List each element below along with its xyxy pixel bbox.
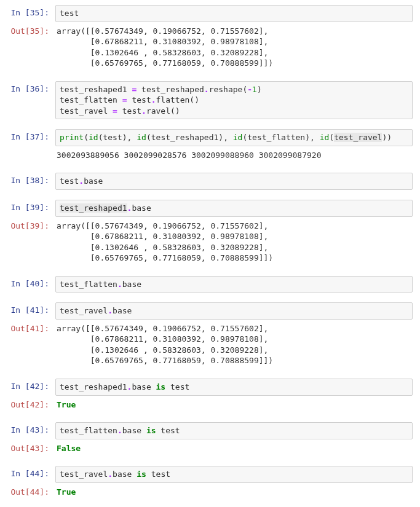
blank-prompt — [7, 147, 55, 150]
input-row: In [35]:test — [7, 5, 413, 22]
token-nm: test — [146, 470, 170, 479]
token-bi: id — [137, 133, 146, 142]
in-prompt: In [44]: — [7, 466, 55, 479]
cell-38: In [38]:test.base — [7, 173, 413, 191]
cell-42: In [42]:test_reshaped1.base is testOut[4… — [7, 379, 413, 414]
input-area[interactable]: test_reshaped1 = test_reshaped.reshape(-… — [55, 81, 413, 120]
token-bi: id — [89, 133, 98, 142]
output-area: False — [55, 441, 413, 457]
token-nm: base — [113, 470, 137, 479]
token-hl: test_reshaped1 — [60, 203, 127, 213]
token-nm: test_reshaped1 — [60, 382, 127, 391]
token-nm: test_flatten — [60, 95, 122, 104]
token-nm: test_ravel — [60, 306, 108, 315]
token-nm: test — [156, 426, 180, 435]
input-area[interactable]: test — [55, 5, 413, 22]
in-prompt: In [35]: — [7, 5, 55, 18]
token-kw: is — [156, 382, 166, 391]
code-input[interactable]: test — [55, 5, 413, 22]
code-input[interactable]: test_flatten.base — [55, 276, 413, 293]
in-prompt: In [40]: — [7, 276, 55, 289]
token-op: = — [122, 95, 127, 104]
token-nm: flatten() — [156, 95, 199, 104]
input-area[interactable]: test_flatten.base — [55, 276, 413, 293]
output-row: Out[41]:array([[0.57674349, 0.19066752, … — [7, 321, 413, 369]
output-area: array([[0.57674349, 0.19066752, 0.715576… — [55, 321, 413, 369]
input-area[interactable]: test_reshaped1.base — [55, 200, 413, 217]
out-prompt: Out[35]: — [7, 23, 55, 37]
execute-result: False — [55, 441, 413, 457]
token-nm: ( — [84, 133, 89, 142]
input-area[interactable]: print(id(test), id(test_reshaped1), id(t… — [55, 129, 413, 146]
token-nm: (test_flatten), — [242, 133, 319, 142]
token-nm: )) — [382, 133, 392, 142]
token-bi: id — [320, 133, 330, 142]
input-area[interactable]: test_reshaped1.base is test — [55, 379, 413, 396]
input-row: In [39]:test_reshaped1.base — [7, 200, 413, 217]
code-input[interactable]: print(id(test), id(test_reshaped1), id(t… — [55, 129, 413, 146]
code-input[interactable]: test.base — [55, 173, 413, 190]
input-area[interactable]: test_flatten.base is test — [55, 422, 413, 439]
input-area[interactable]: test_ravel.base is test — [55, 466, 413, 483]
token-nm: test_ravel — [60, 106, 113, 116]
token-nm: reshape( — [209, 85, 248, 94]
token-nm: base — [122, 426, 146, 435]
stream-area: 3002093889056 3002099028576 300209908896… — [55, 147, 413, 163]
token-bi: print — [60, 133, 84, 142]
input-row: In [44]:test_ravel.base is test — [7, 466, 413, 483]
execute-result: array([[0.57674349, 0.19066752, 0.715576… — [55, 321, 413, 369]
token-nm: ravel() — [146, 106, 180, 116]
input-area[interactable]: test_ravel.base — [55, 302, 413, 320]
output-row: Out[43]:False — [7, 441, 413, 457]
stream-output: 3002093889056 3002099028576 300209908896… — [55, 147, 413, 163]
notebook: In [35]:testOut[35]:array([[0.57674349, … — [7, 5, 413, 501]
input-row: In [43]:test_flatten.base is test — [7, 422, 413, 439]
token-nm: test_reshaped1 — [60, 85, 132, 94]
token-op: . — [117, 426, 122, 435]
token-nm: array([[0.57674349, 0.19066752, 0.715576… — [57, 324, 273, 366]
token-nm: base — [122, 280, 141, 289]
execute-result: array([[0.57674349, 0.19066752, 0.715576… — [55, 23, 413, 71]
token-op: - — [247, 85, 252, 94]
cell-40: In [40]:test_flatten.base — [7, 276, 413, 294]
token-nm: array([[0.57674349, 0.19066752, 0.715576… — [57, 221, 273, 263]
token-op: . — [108, 470, 113, 479]
token-nm: test — [60, 9, 79, 18]
token-hl: test_ravel — [334, 133, 382, 142]
out-prompt: Out[44]: — [7, 484, 55, 498]
cell-37: In [37]:print(id(test), id(test_reshaped… — [7, 129, 413, 164]
token-op: = — [113, 106, 117, 116]
code-input[interactable]: test_reshaped1.base is test — [55, 379, 413, 396]
input-area[interactable]: test.base — [55, 173, 413, 190]
token-nm: base — [132, 203, 151, 213]
code-input[interactable]: test_ravel.base — [55, 302, 413, 320]
code-input[interactable]: test_reshaped1 = test_reshaped.reshape(-… — [55, 81, 413, 120]
output-area: True — [55, 397, 413, 413]
code-input[interactable]: test_flatten.base is test — [55, 422, 413, 439]
cell-39: In [39]:test_reshaped1.baseOut[39]:array… — [7, 200, 413, 267]
token-nm: ( — [329, 133, 334, 142]
token-nm: (test), — [98, 133, 137, 142]
token-out-kw: False — [57, 444, 81, 453]
output-row: Out[44]:True — [7, 484, 413, 500]
stream-row: 3002093889056 3002099028576 300209908896… — [7, 147, 413, 163]
token-nm: test_flatten — [60, 280, 117, 289]
code-input[interactable]: test_ravel.base is test — [55, 466, 413, 483]
token-op: . — [79, 176, 84, 186]
token-op: . — [204, 85, 209, 94]
out-prompt: Out[43]: — [7, 441, 55, 454]
token-nm: (test_reshaped1), — [146, 133, 233, 142]
input-row: In [36]:test_reshaped1 = test_reshaped.r… — [7, 81, 413, 120]
token-op: . — [151, 95, 156, 104]
code-input[interactable]: test_reshaped1.base — [55, 200, 413, 217]
token-op: . — [108, 306, 113, 315]
token-nm: test_reshaped — [137, 85, 204, 94]
input-row: In [42]:test_reshaped1.base is test — [7, 379, 413, 396]
cell-35: In [35]:testOut[35]:array([[0.57674349, … — [7, 5, 413, 73]
cell-44: In [44]:test_ravel.base is testOut[44]:T… — [7, 466, 413, 501]
in-prompt: In [36]: — [7, 81, 55, 95]
input-row: In [41]:test_ravel.base — [7, 302, 413, 320]
token-out-kw: True — [57, 487, 76, 497]
output-area: array([[0.57674349, 0.19066752, 0.715576… — [55, 218, 413, 266]
execute-result: array([[0.57674349, 0.19066752, 0.715576… — [55, 218, 413, 266]
